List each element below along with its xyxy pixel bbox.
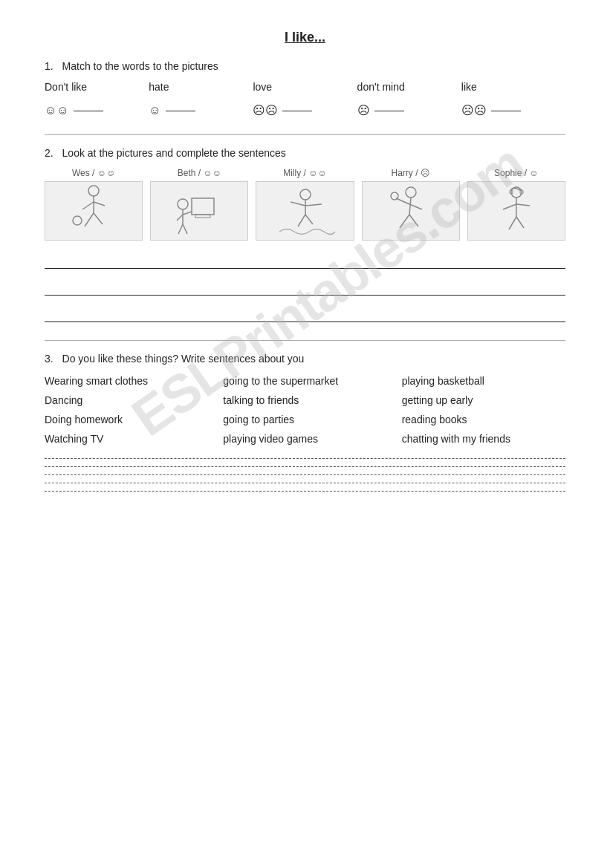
word-love: love	[253, 81, 357, 93]
svg-line-5	[94, 213, 103, 224]
svg-line-24	[409, 204, 422, 209]
person-wes-name: Wes / ☺☺	[45, 168, 143, 178]
svg-line-26	[409, 215, 418, 226]
writing-line-s3-5[interactable]	[45, 491, 565, 492]
face-symbol-2: ☺	[149, 105, 160, 117]
person-milly: Milly / ☺☺	[256, 168, 354, 241]
section-2: 2. Look at the pictures and complete the…	[45, 147, 565, 322]
activity-3: playing basketball	[402, 373, 565, 388]
face-item-5: ☹☹	[461, 105, 565, 117]
word-hate: hate	[149, 81, 253, 93]
svg-point-21	[406, 187, 416, 198]
svg-line-2	[82, 202, 94, 209]
section-3-text: Do you like these things? Write sentence…	[62, 353, 305, 365]
svg-line-13	[178, 224, 183, 234]
activity-10: Watching TV	[45, 431, 208, 446]
activity-12: chatting with my friends	[402, 431, 565, 446]
section-2-num: 2.	[45, 147, 53, 159]
person-sophie: Sophie / ☺	[467, 168, 565, 241]
face-line-2	[166, 111, 195, 111]
writing-line-s2-1[interactable]	[45, 248, 565, 269]
svg-line-19	[298, 215, 305, 226]
face-line-5	[491, 111, 521, 111]
svg-point-9	[178, 199, 188, 209]
section-2-text: Look at the pictures and complete the se…	[62, 147, 286, 159]
separator-1	[45, 134, 565, 135]
svg-line-20	[305, 215, 313, 224]
section-2-writing-lines	[45, 248, 565, 322]
svg-point-27	[391, 192, 398, 200]
face-line-4	[374, 111, 404, 111]
face-item-2: ☺	[149, 105, 253, 117]
activity-8: going to parties	[223, 412, 386, 427]
section-3: 3. Do you like these things? Write sente…	[45, 353, 565, 492]
faces-row: ☺☺ ☺ ☹☹ ☹ ☹☹	[45, 105, 565, 117]
section-3-writing-lines	[45, 458, 565, 492]
face-line-3	[282, 111, 312, 111]
writing-line-s3-4[interactable]	[45, 483, 565, 483]
svg-line-12	[177, 215, 183, 221]
face-item-1: ☺☺	[45, 105, 149, 117]
section-1: 1. Match to the words to the pictures Do…	[45, 60, 565, 117]
page-title: I like...	[45, 30, 565, 45]
svg-line-3	[94, 202, 105, 206]
svg-line-35	[516, 217, 524, 228]
writing-line-s2-2[interactable]	[45, 275, 565, 296]
svg-line-11	[183, 212, 192, 215]
face-symbol-3: ☹☹	[253, 105, 278, 117]
face-item-4: ☹	[357, 105, 461, 117]
svg-line-33	[516, 204, 530, 206]
svg-line-25	[400, 215, 409, 228]
svg-point-0	[88, 186, 99, 196]
activity-11: playing video games	[223, 431, 386, 446]
person-harry: Harry / ☹	[362, 168, 460, 241]
section-2-instruction: 2. Look at the pictures and complete the…	[45, 147, 565, 159]
activity-2: going to the supermarket	[223, 373, 386, 388]
activity-7: Doing homework	[45, 412, 208, 427]
person-sophie-drawing	[467, 181, 565, 241]
person-harry-name: Harry / ☹	[362, 168, 460, 178]
face-symbol-1: ☺☺	[45, 105, 69, 117]
words-row: Don't like hate love don't mind like	[45, 81, 565, 93]
writing-line-s3-2[interactable]	[45, 466, 565, 467]
pictures-row: Wes / ☺☺ Beth / ☺☺	[45, 168, 565, 241]
activities-grid: Wearing smart clothes going to the super…	[45, 373, 565, 446]
svg-point-6	[73, 216, 82, 225]
svg-line-22	[409, 198, 411, 215]
svg-line-17	[291, 202, 305, 206]
svg-point-15	[300, 189, 311, 200]
person-harry-drawing	[362, 181, 460, 241]
section-3-num: 3.	[45, 353, 53, 365]
person-sophie-name: Sophie / ☺	[467, 168, 565, 178]
activity-9: reading books	[402, 412, 565, 427]
section-1-instruction: 1. Match to the words to the pictures	[45, 60, 565, 72]
activity-6: getting up early	[402, 393, 565, 408]
person-beth: Beth / ☺☺	[150, 168, 248, 241]
person-milly-name: Milly / ☺☺	[256, 168, 354, 178]
svg-line-18	[305, 204, 322, 206]
writing-line-s3-3[interactable]	[45, 474, 565, 475]
activity-1: Wearing smart clothes	[45, 373, 208, 388]
face-line-1	[74, 111, 103, 111]
section-1-num: 1.	[45, 60, 53, 72]
face-item-3: ☹☹	[253, 105, 357, 117]
person-milly-drawing	[256, 181, 354, 241]
word-like: like	[461, 81, 565, 93]
svg-line-32	[503, 204, 516, 209]
svg-line-34	[509, 217, 516, 229]
activity-4: Dancing	[45, 393, 208, 408]
separator-2	[45, 340, 565, 341]
section-1-text: Match to the words to the pictures	[62, 60, 218, 72]
face-symbol-4: ☹	[357, 105, 370, 117]
person-beth-name: Beth / ☺☺	[150, 168, 248, 178]
person-beth-drawing	[150, 181, 248, 241]
word-dont-mind: don't mind	[357, 81, 461, 93]
person-wes: Wes / ☺☺	[45, 168, 143, 241]
svg-line-14	[183, 224, 187, 234]
activity-5: talking to friends	[223, 393, 386, 408]
writing-line-s2-3[interactable]	[45, 301, 565, 322]
svg-line-4	[85, 213, 94, 226]
word-dont-like: Don't like	[45, 81, 149, 93]
svg-line-23	[396, 198, 409, 204]
writing-line-s3-1[interactable]	[45, 458, 565, 459]
